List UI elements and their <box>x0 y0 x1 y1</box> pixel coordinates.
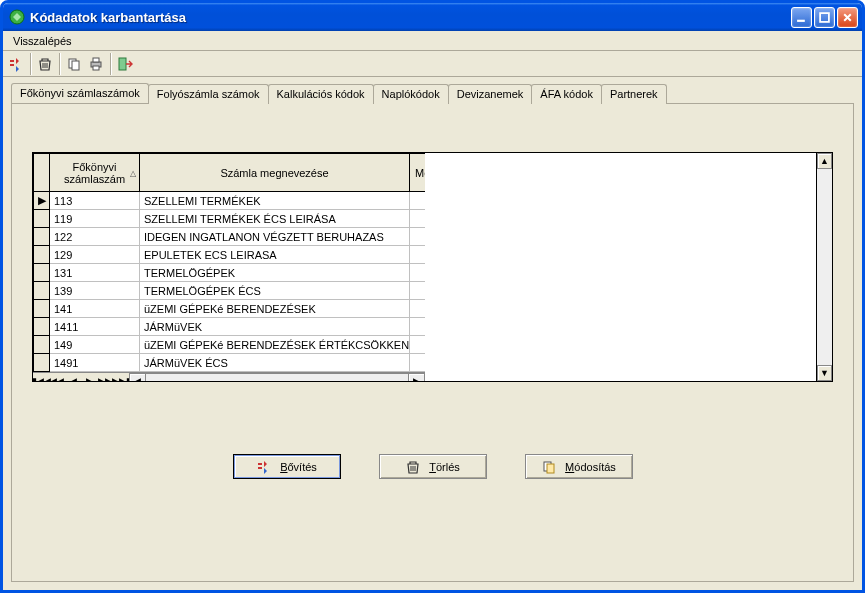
trash-icon <box>405 459 421 475</box>
minimize-button[interactable] <box>791 7 812 28</box>
svg-rect-7 <box>93 66 99 70</box>
maximize-button[interactable] <box>814 7 835 28</box>
table-row[interactable]: 122IDEGEN INGATLANON VÉGZETT BERUHAZAS10… <box>34 228 425 246</box>
cell-mer[interactable] <box>410 210 425 228</box>
cell-fk[interactable]: 113 <box>50 192 140 210</box>
cell-mer[interactable] <box>410 282 425 300</box>
action-buttons: Bővítés Törlés Módosítás <box>32 454 833 479</box>
toolbar <box>3 51 862 77</box>
cell-fk[interactable]: 129 <box>50 246 140 264</box>
content-area: Főkönyvi számlaszámok Folyószámla számok… <box>3 77 862 590</box>
tab-folyoszamla[interactable]: Folyószámla számok <box>148 84 269 104</box>
tab-devizanemek[interactable]: Devizanemek <box>448 84 533 104</box>
toolbar-new-icon[interactable] <box>5 53 27 75</box>
svg-rect-8 <box>119 58 126 70</box>
close-button[interactable] <box>837 7 858 28</box>
scroll-down-icon[interactable]: ▼ <box>817 365 832 381</box>
cell-fk[interactable]: 141 <box>50 300 140 318</box>
menubar: Visszalépés <box>3 31 862 51</box>
scroll-right-icon[interactable]: ▶ <box>408 374 424 381</box>
scroll-left-icon[interactable]: ◀ <box>130 374 146 381</box>
cell-mer[interactable] <box>410 192 425 210</box>
grid-corner <box>34 154 50 192</box>
nav-last-icon[interactable]: ▶▶▮ <box>113 373 129 381</box>
window-title: Kódadatok karbantartása <box>30 10 791 25</box>
app-icon <box>9 9 25 25</box>
nav-prev-icon[interactable]: ◀ <box>65 373 81 381</box>
nav-first-icon[interactable]: ▮◀◀ <box>33 373 49 381</box>
cell-fk[interactable]: 139 <box>50 282 140 300</box>
table-row[interactable]: 141üZEMI GÉPEKé BERENDEZÉSEK30 000 <box>34 300 425 318</box>
cell-fk[interactable]: 1491 <box>50 354 140 372</box>
table-row[interactable]: 119SZELLEMI TERMÉKEK ÉCS LEIRÁSA <box>34 210 425 228</box>
modify-button[interactable]: Módosítás <box>525 454 633 479</box>
cell-name[interactable]: EPULETEK ECS LEIRASA <box>140 246 410 264</box>
tab-naplokodok[interactable]: Naplókódok <box>373 84 449 104</box>
table-row[interactable]: 1491JÁRMüVEK ÉCS <box>34 354 425 372</box>
row-marker <box>34 210 50 228</box>
cell-fk[interactable]: 122 <box>50 228 140 246</box>
cell-mer[interactable] <box>410 336 425 354</box>
tab-fokonyvi[interactable]: Főkönyvi számlaszámok <box>11 83 149 103</box>
tab-afakodok[interactable]: ÁFA kódok <box>531 84 602 104</box>
toolbar-print-icon[interactable] <box>85 53 107 75</box>
row-marker <box>34 264 50 282</box>
tabstrip: Főkönyvi számlaszámok Folyószámla számok… <box>11 83 854 103</box>
nav-prevpage-icon[interactable]: ◀◀ <box>49 373 65 381</box>
table-row[interactable]: 131TERMELÖGÉPEK30 000 <box>34 264 425 282</box>
grid-navigator: ▮◀◀ ◀◀ ◀ ▶ ▶▶ ▶▶▮ ◀ ▶ <box>33 372 425 381</box>
nav-next-icon[interactable]: ▶ <box>81 373 97 381</box>
row-marker: ▶ <box>34 192 50 210</box>
add-button[interactable]: Bővítés <box>233 454 341 479</box>
tab-kalkulacios[interactable]: Kalkulációs kódok <box>268 84 374 104</box>
toolbar-delete-icon[interactable] <box>34 53 56 75</box>
tab-panel: Főkönyvi számlaszám△ Számla megnevezése … <box>11 103 854 582</box>
table-row[interactable]: 149üZEMI GÉPEKé BERENDEZÉSEK ÉRTÉKCSÖKKE… <box>34 336 425 354</box>
row-marker <box>34 246 50 264</box>
cell-fk[interactable]: 1411 <box>50 318 140 336</box>
svg-rect-2 <box>820 13 829 22</box>
cell-name[interactable]: üZEMI GÉPEKé BERENDEZÉSEK ÉRTÉKCSÖKKEN. <box>140 336 410 354</box>
vertical-scrollbar[interactable]: ▲ ▼ <box>816 153 832 381</box>
add-icon <box>256 459 272 475</box>
cell-name[interactable]: IDEGEN INGATLANON VÉGZETT BERUHAZAS <box>140 228 410 246</box>
cell-name[interactable]: TERMELÖGÉPEK <box>140 264 410 282</box>
cell-mer[interactable] <box>410 354 425 372</box>
col-header-mer[interactable]: Mérlegsor <box>410 154 425 192</box>
cell-mer[interactable] <box>410 318 425 336</box>
cell-name[interactable]: JÁRMüVEK ÉCS <box>140 354 410 372</box>
cell-name[interactable]: SZELLEMI TERMÉKEK <box>140 192 410 210</box>
cell-mer[interactable] <box>410 300 425 318</box>
row-marker <box>34 336 50 354</box>
cell-fk[interactable]: 149 <box>50 336 140 354</box>
table-row[interactable]: 139TERMELÖGÉPEK ÉCS10 400 <box>34 282 425 300</box>
cell-mer[interactable] <box>410 246 425 264</box>
table-row[interactable]: 1411JÁRMüVEK <box>34 318 425 336</box>
cell-mer[interactable] <box>410 264 425 282</box>
sort-asc-icon: △ <box>130 168 136 177</box>
cell-mer[interactable] <box>410 228 425 246</box>
scroll-up-icon[interactable]: ▲ <box>817 153 832 169</box>
svg-rect-1 <box>797 19 805 21</box>
cell-name[interactable]: TERMELÖGÉPEK ÉCS <box>140 282 410 300</box>
cell-name[interactable]: SZELLEMI TERMÉKEK ÉCS LEIRÁSA <box>140 210 410 228</box>
titlebar: Kódadatok karbantartása <box>3 3 862 31</box>
cell-fk[interactable]: 131 <box>50 264 140 282</box>
col-header-fk[interactable]: Főkönyvi számlaszám△ <box>50 154 140 192</box>
menu-back[interactable]: Visszalépés <box>7 33 78 49</box>
toolbar-copy-icon[interactable] <box>63 53 85 75</box>
row-marker <box>34 228 50 246</box>
svg-rect-10 <box>547 464 554 473</box>
data-grid[interactable]: Főkönyvi számlaszám△ Számla megnevezése … <box>33 153 425 372</box>
cell-name[interactable]: JÁRMüVEK <box>140 318 410 336</box>
delete-button[interactable]: Törlés <box>379 454 487 479</box>
edit-icon <box>541 459 557 475</box>
col-header-name[interactable]: Számla megnevezése <box>140 154 410 192</box>
cell-name[interactable]: üZEMI GÉPEKé BERENDEZÉSEK <box>140 300 410 318</box>
toolbar-exit-icon[interactable] <box>114 53 136 75</box>
table-row[interactable]: ▶113SZELLEMI TERMÉKEK10 000 <box>34 192 425 210</box>
cell-fk[interactable]: 119 <box>50 210 140 228</box>
tab-partnerek[interactable]: Partnerek <box>601 84 667 104</box>
table-row[interactable]: 129EPULETEK ECS LEIRASA18 000 <box>34 246 425 264</box>
horizontal-scrollbar[interactable]: ◀ ▶ <box>129 373 425 381</box>
